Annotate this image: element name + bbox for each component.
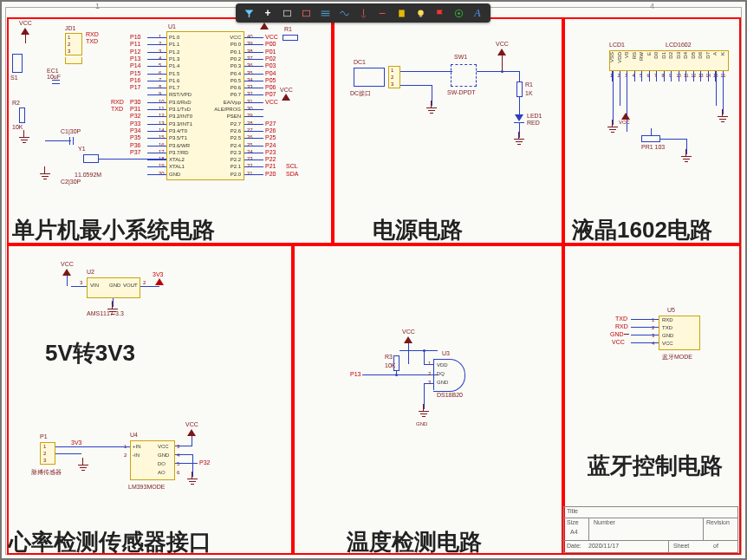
mcu-lpin-18: XTAL1 bbox=[169, 164, 185, 169]
mcu-rnum-18: 22 bbox=[247, 163, 253, 168]
u5-w2 bbox=[631, 327, 659, 328]
mcu-lnet-16: P37 bbox=[130, 149, 140, 155]
u5-w1 bbox=[631, 319, 659, 320]
lcd-pin-12: D6 bbox=[698, 52, 703, 59]
mcu-lpin-15: P3.6/WR bbox=[169, 143, 190, 148]
tool-rect[interactable] bbox=[277, 3, 296, 23]
ec1-b bbox=[52, 83, 60, 84]
mcu-rw-16 bbox=[244, 153, 263, 153]
mcu-lnum-0: 1 bbox=[159, 34, 161, 39]
u2-n2: 2 bbox=[143, 280, 146, 285]
mcu-rpin-9: EA/Vpp bbox=[224, 100, 241, 105]
lcd-pin-4: RW bbox=[639, 52, 644, 61]
p1-3v3: 3V3 bbox=[71, 440, 81, 446]
tb-size: Size bbox=[567, 519, 579, 525]
s1-sw bbox=[12, 54, 23, 73]
lcd-pin-9: D3 bbox=[676, 52, 681, 59]
tool-neg[interactable]: – bbox=[373, 3, 392, 23]
mcu-rpin-17: P2.2 bbox=[231, 157, 241, 162]
w-r1a bbox=[519, 71, 520, 81]
mcu-rnet-12: P27 bbox=[265, 120, 276, 127]
u5-num-3: 4 bbox=[652, 341, 654, 346]
tool-net[interactable] bbox=[449, 3, 468, 23]
u5-vccn: VCC bbox=[612, 339, 625, 345]
u4-rnum-1: 4 bbox=[177, 453, 179, 458]
title-mcu: 单片机最小系统电路 bbox=[12, 215, 215, 245]
c1-lbl: C1|30P bbox=[61, 128, 81, 134]
mcu-lpin-8: RST/VPD bbox=[169, 92, 192, 97]
mcu-lnum-6: 7 bbox=[159, 77, 161, 82]
lcd-pin-2: V0 bbox=[624, 52, 629, 58]
tool-flag[interactable] bbox=[430, 3, 449, 23]
frame-temp bbox=[293, 244, 563, 555]
r2 bbox=[19, 107, 25, 123]
lcd-stub-11 bbox=[693, 71, 694, 81]
gnd-dc bbox=[426, 107, 437, 116]
u5-pin-1: TXD bbox=[662, 325, 672, 330]
tool-rect2[interactable] bbox=[296, 3, 315, 23]
u4-win bbox=[95, 446, 130, 447]
lcd-gnd1 bbox=[607, 127, 618, 135]
tool-lamp[interactable] bbox=[411, 3, 430, 23]
mcu-rnet-9: VCC bbox=[265, 99, 278, 105]
temp-gw bbox=[424, 383, 425, 409]
mcu-lpin-7: P1.7 bbox=[169, 85, 179, 90]
vcc-arrow-3 bbox=[282, 94, 290, 101]
mcu-rnet-4: P03 bbox=[265, 62, 276, 68]
title-hr: 心率检测传感器接口 bbox=[9, 527, 211, 557]
mcu-rnet-18: P21 bbox=[265, 163, 276, 169]
tool-filter[interactable] bbox=[239, 3, 258, 23]
u4-rpin-2: DO bbox=[158, 461, 166, 466]
u2-vin: VIN bbox=[90, 283, 99, 288]
u4-lpin-1: -IN bbox=[133, 453, 140, 458]
gnd-1 bbox=[19, 137, 29, 146]
u4-vcc bbox=[187, 429, 196, 436]
title-block: Title Size A4 Number Revision Date: 2020… bbox=[563, 506, 738, 553]
mcu-rnet2-19: SDA bbox=[286, 171, 298, 177]
lcd-vcc bbox=[621, 113, 630, 120]
u5-part: 蓝牙MODE bbox=[662, 353, 692, 361]
tool-add[interactable]: + bbox=[258, 3, 277, 23]
tool-wave[interactable] bbox=[335, 3, 354, 23]
lcd-stub-7 bbox=[664, 71, 665, 81]
p1-w1 bbox=[55, 446, 95, 447]
mcu-lnet-4: P14 bbox=[130, 62, 140, 68]
lcd-wpr2 bbox=[686, 139, 687, 154]
mcu-lnum-3: 4 bbox=[159, 55, 161, 61]
tool-lines[interactable] bbox=[315, 3, 335, 23]
lcd-stub-3 bbox=[634, 71, 635, 81]
mcu-rpin-11: PSEN bbox=[227, 114, 241, 119]
mcu-rnet-6: P05 bbox=[265, 77, 276, 83]
mcu-rpin-7: P0.6 bbox=[231, 85, 241, 90]
lcd-stub-12 bbox=[700, 71, 701, 81]
frame-left-bottom bbox=[7, 244, 293, 555]
u4-wvcc bbox=[175, 446, 192, 446]
mcu-rw-4 bbox=[244, 66, 263, 67]
mcu-rw-6 bbox=[244, 81, 263, 81]
mcu-lpin-13: P3.4/T0 bbox=[169, 128, 187, 133]
mcu-rw-12 bbox=[244, 124, 263, 125]
mcu-rw-15 bbox=[244, 146, 263, 147]
p1-1: 1 bbox=[43, 444, 46, 449]
svg-point-6 bbox=[458, 12, 459, 14]
tool-probe[interactable] bbox=[354, 3, 373, 23]
mcu-rw-8 bbox=[244, 94, 263, 95]
mcu-rpin-1: P0.0 bbox=[231, 42, 241, 47]
w-dc-sw bbox=[400, 71, 452, 72]
u4-rpin-1: GND bbox=[158, 453, 169, 458]
vcc-stem-1 bbox=[25, 35, 26, 43]
u2-body bbox=[87, 277, 140, 298]
mcu-lnum-18: 19 bbox=[159, 163, 165, 168]
u5-num-2: 3 bbox=[652, 333, 654, 338]
mcu-rnet-3: P02 bbox=[265, 55, 276, 62]
gnd-2 bbox=[40, 173, 50, 182]
pwr-r1-val: 1K bbox=[525, 90, 533, 96]
toolbar: + – A bbox=[236, 3, 490, 23]
mcu-rw-5 bbox=[244, 74, 263, 75]
tool-text[interactable]: A bbox=[468, 3, 487, 23]
lcd-pin-0: VSS bbox=[609, 52, 614, 62]
u4-rpin-3: AO bbox=[158, 470, 166, 475]
r3-ref: R3 bbox=[385, 354, 393, 360]
tool-chip[interactable] bbox=[392, 3, 411, 23]
mcu-rw-11 bbox=[244, 116, 263, 117]
